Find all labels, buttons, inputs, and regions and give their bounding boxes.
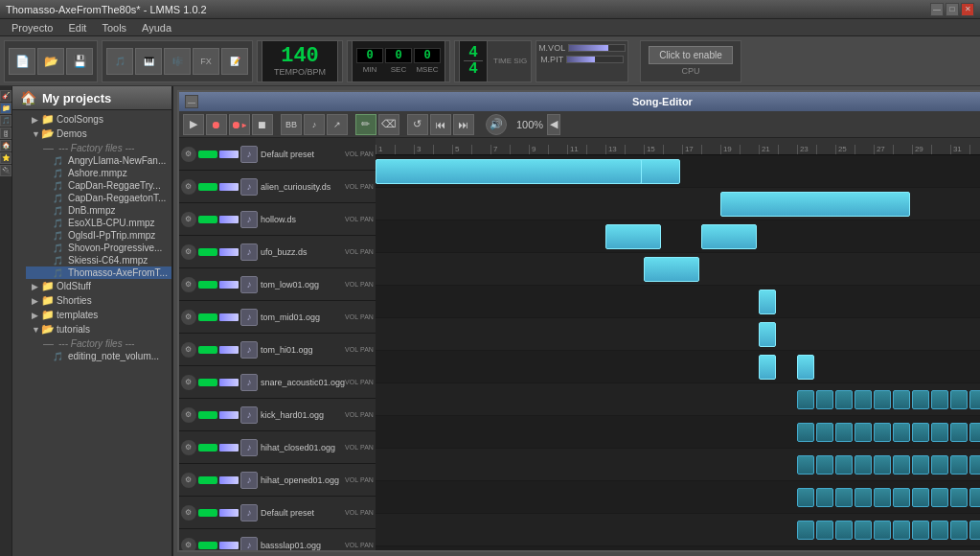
pattern-block[interactable] <box>797 355 814 380</box>
pattern-block[interactable] <box>855 488 872 507</box>
timeline-loop[interactable]: ⏮ <box>430 114 451 135</box>
pattern-row-0[interactable] <box>376 155 980 188</box>
tab-projects[interactable]: 📁 <box>0 103 11 114</box>
track-settings-8[interactable]: ⚙ <box>181 407 196 423</box>
file-tree[interactable]: ▶📁CoolSongs▼📂Demos—--- Factory files ---… <box>12 110 171 556</box>
time-msec[interactable]: 0 <box>414 48 441 63</box>
pattern-row-8[interactable] <box>376 416 980 449</box>
draw-mode[interactable]: ✏ <box>355 114 376 135</box>
tree-item-editing-note[interactable]: 🎵editing_note_volum... <box>26 350 171 362</box>
tab-presets[interactable]: 🎛 <box>0 127 11 139</box>
pattern-block[interactable] <box>912 390 929 409</box>
pattern-block[interactable] <box>605 224 661 249</box>
pattern-block[interactable] <box>835 488 853 507</box>
mute-button[interactable]: 🔊 <box>486 114 507 135</box>
pattern-block[interactable] <box>893 455 910 475</box>
track-settings-5[interactable]: ⚙ <box>181 310 196 325</box>
track-vol-6[interactable] <box>219 346 239 354</box>
track-led-5[interactable] <box>198 313 217 321</box>
track-vol-11[interactable] <box>219 509 239 517</box>
tree-item-oglsdl[interactable]: 🎵OglsdI-PpTrip.mmpz <box>26 229 171 242</box>
pattern-block[interactable] <box>969 423 980 442</box>
pattern-block[interactable] <box>950 521 968 540</box>
erase-mode[interactable]: ⌫ <box>378 114 399 135</box>
pattern-block[interactable] <box>874 423 891 442</box>
record-while-playing[interactable]: ⏺▶ <box>229 114 250 135</box>
tree-item-oldstuff[interactable]: ▶📁OldStuff <box>26 279 171 293</box>
pattern-block[interactable] <box>797 488 814 507</box>
tree-item-demos[interactable]: ▼📂Demos <box>26 127 171 141</box>
save-button[interactable]: 💾 <box>66 48 93 75</box>
track-vol-1[interactable] <box>219 183 239 191</box>
pattern-block[interactable] <box>644 257 699 282</box>
pattern-block[interactable] <box>874 455 891 475</box>
tree-item-capdan-reggaeton[interactable]: 🎵CapDan-ReggaetonT... <box>26 192 171 204</box>
beat-bassline-btn[interactable]: 🎵 <box>106 48 133 75</box>
track-settings-10[interactable]: ⚙ <box>181 473 196 488</box>
loop-button[interactable]: ↺ <box>407 114 428 135</box>
track-instrument-1[interactable]: ♪ <box>240 178 258 196</box>
tab-instrument[interactable]: 🎸 <box>0 90 11 102</box>
track-instrument-11[interactable]: ♪ <box>240 504 258 521</box>
track-settings-11[interactable]: ⚙ <box>181 505 196 521</box>
pattern-row-10[interactable] <box>376 481 980 514</box>
pattern-block[interactable] <box>969 521 980 540</box>
pattern-block[interactable] <box>874 521 891 540</box>
record-button[interactable]: ⏺ <box>206 114 227 135</box>
track-settings-9[interactable]: ⚙ <box>181 440 196 455</box>
pattern-block[interactable] <box>893 488 910 507</box>
pattern-block[interactable] <box>874 488 891 507</box>
track-vol-0[interactable] <box>219 151 239 158</box>
track-led-12[interactable] <box>198 542 217 549</box>
track-vol-2[interactable] <box>219 216 239 223</box>
tree-item-shorties[interactable]: ▶📁Shorties <box>26 293 171 308</box>
track-instrument-8[interactable]: ♪ <box>240 406 258 424</box>
menu-tools[interactable]: Tools <box>94 19 134 35</box>
tree-item-factory-files-2[interactable]: —--- Factory files --- <box>26 336 171 350</box>
pattern-block[interactable] <box>931 488 948 507</box>
track-settings-3[interactable]: ⚙ <box>181 244 196 260</box>
track-led-6[interactable] <box>198 346 217 354</box>
tree-item-esoxlb[interactable]: 🎵EsoXLB-CPU.mmpz <box>26 217 171 229</box>
pattern-block[interactable] <box>720 192 910 217</box>
pattern-block[interactable] <box>969 455 980 475</box>
new-button[interactable]: 📄 <box>9 48 35 75</box>
track-settings-2[interactable]: ⚙ <box>181 212 196 227</box>
pattern-block[interactable] <box>912 423 929 442</box>
tab-home[interactable]: 🏠 <box>0 140 11 151</box>
tree-item-coolsongs[interactable]: ▶📁CoolSongs <box>26 112 171 127</box>
add-bb-track[interactable]: BB <box>281 114 302 135</box>
pattern-block[interactable] <box>931 423 948 442</box>
track-vol-4[interactable] <box>219 281 239 289</box>
menu-ayuda[interactable]: Ayuda <box>134 19 179 35</box>
track-led-4[interactable] <box>198 281 217 289</box>
track-instrument-12[interactable]: ♪ <box>240 537 258 551</box>
track-vol-10[interactable] <box>219 476 239 484</box>
pattern-row-1[interactable] <box>376 188 980 220</box>
pattern-row-6[interactable] <box>376 351 980 383</box>
track-instrument-7[interactable]: ♪ <box>240 374 258 391</box>
zoom-arrow[interactable]: ◀ <box>547 114 560 135</box>
track-settings-7[interactable]: ⚙ <box>181 375 196 390</box>
pattern-row-4[interactable] <box>376 286 980 318</box>
tab-star[interactable]: ⭐ <box>0 152 11 164</box>
pattern-block[interactable] <box>855 521 872 540</box>
tab-samples[interactable]: 🎵 <box>0 115 11 127</box>
track-settings-1[interactable]: ⚙ <box>181 179 196 195</box>
fx-btn[interactable]: FX <box>193 48 219 75</box>
stop-button[interactable]: ⏹ <box>252 114 273 135</box>
pattern-block[interactable] <box>816 521 833 540</box>
tab-plugin[interactable]: 🔌 <box>0 165 11 176</box>
pattern-row-9[interactable] <box>376 449 980 481</box>
timeline-pos[interactable]: ⏭ <box>453 114 474 135</box>
track-instrument-0[interactable]: ♪ <box>240 146 258 163</box>
project-notes-btn[interactable]: 📝 <box>221 48 248 75</box>
track-vol-8[interactable] <box>219 411 239 419</box>
track-settings-6[interactable]: ⚙ <box>181 342 196 358</box>
click-to-enable-button[interactable]: Click to enable <box>649 46 733 64</box>
pattern-row-11[interactable] <box>376 514 980 546</box>
track-instrument-6[interactable]: ♪ <box>240 341 258 359</box>
track-led-11[interactable] <box>198 509 217 517</box>
pattern-block[interactable] <box>855 455 872 475</box>
open-button[interactable]: 📂 <box>37 48 64 75</box>
